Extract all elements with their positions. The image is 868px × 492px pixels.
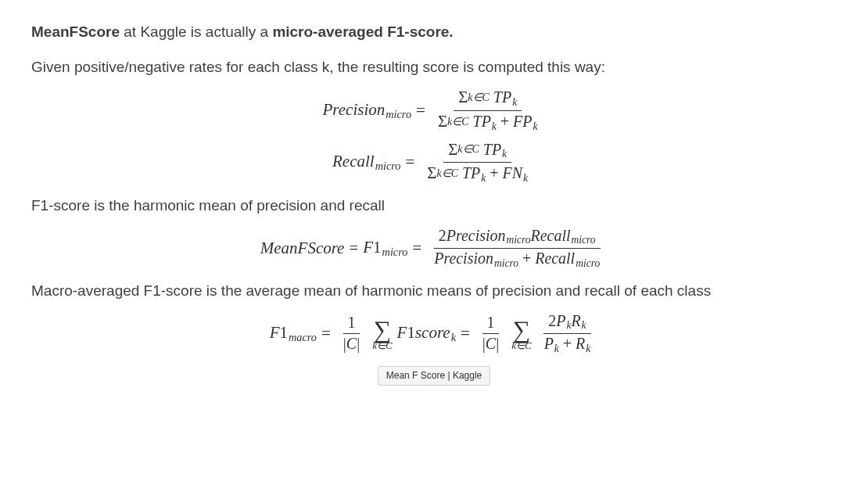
precision-word: Precision [323, 100, 386, 119]
equation-f1-micro: MeanFScore = F1micro = 2PrecisionmicroRe… [31, 228, 837, 270]
precision-fraction: Σk∈C TPk Σk∈C TPk + FPk [433, 88, 543, 132]
intro-explain: Given positive/negative rates for each c… [31, 57, 837, 78]
meanfscore-label: MeanFScore [260, 237, 345, 260]
macro-sum-1: ∑ k∈C [372, 318, 392, 351]
equation-f1-macro: F1macro = 1 |C| ∑ k∈C F1scorek = 1 |C| ∑… [31, 313, 837, 355]
precision-num-limit: k∈C [468, 92, 490, 103]
f1micro-fraction: 2PrecisionmicroRecallmicro Precisionmicr… [429, 228, 604, 270]
link-chip-wrap: Mean F Score | Kaggle [31, 365, 837, 386]
equation-recall-micro: Recallmicro = Σk∈C TPk Σk∈C TPk + FNk [31, 141, 837, 185]
harmonic-text: F1-score is the harmonic mean of precisi… [31, 196, 837, 217]
macro-harmonic-fraction: 2PkRk Pk + Rk [540, 313, 596, 355]
intro-bold-1: MeanFScore [31, 23, 120, 40]
equation-precision-micro: Precisionmicro = Σk∈C TPk Σk∈C TPk + FPk [31, 88, 837, 132]
intro-sentence: MeanFScore at Kaggle is actually a micro… [31, 22, 837, 43]
macro-one-over-c-1: 1 |C| [339, 314, 364, 353]
intro-bold-2: micro-averaged F1-score. [272, 23, 453, 40]
recall-sub: micro [375, 160, 401, 172]
precision-eq: = [416, 99, 425, 122]
precision-sub: micro [385, 108, 411, 120]
intro-plain-1: at Kaggle is actually a [120, 23, 272, 40]
recall-fraction: Σk∈C TPk Σk∈C TPk + FNk [422, 141, 533, 185]
macro-one-over-c-2: 1 |C| [478, 314, 504, 353]
document-page: MeanFScore at Kaggle is actually a micro… [0, 0, 868, 492]
precision-den-limit: k∈C [447, 116, 469, 127]
kaggle-link-chip[interactable]: Mean F Score | Kaggle [378, 366, 491, 386]
recall-word: Recall [332, 152, 375, 171]
macro-text: Macro-averaged F1-score is the average m… [31, 281, 837, 302]
macro-sum-2: ∑ k∈C [511, 318, 531, 351]
precision-den-fp: FP [513, 113, 532, 130]
precision-num-tp: TP [493, 88, 511, 106]
precision-den-tp: TP [473, 113, 491, 130]
